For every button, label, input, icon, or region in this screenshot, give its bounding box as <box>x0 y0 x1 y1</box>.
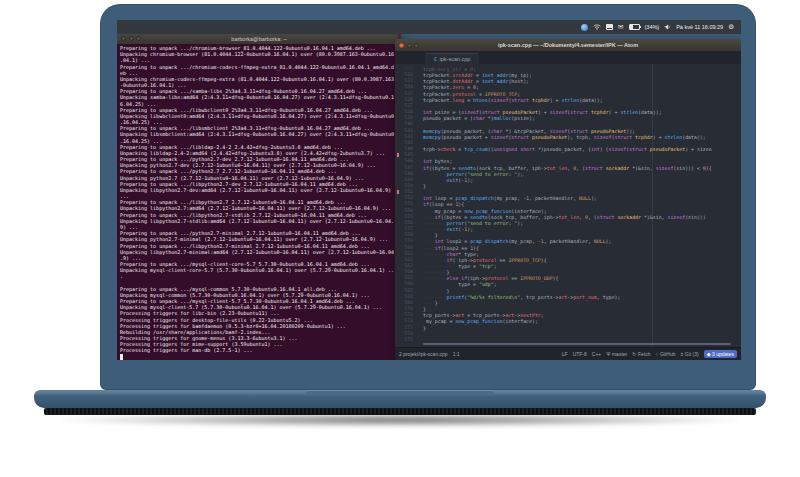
updates-icon: ◆ <box>707 351 711 357</box>
laptop-shadow <box>56 413 744 427</box>
indicator-app-icon[interactable] <box>581 24 588 31</box>
terminal-line: Unpacking chromium-browser (81.0.4044.12… <box>120 51 398 57</box>
github-icon: ○ <box>655 351 658 357</box>
atom-window: ipk-scan.cpp — ~/Dokumenty/4.semester/IP… <box>395 39 741 360</box>
status-item-utf-8[interactable]: UTF-8 <box>573 351 587 357</box>
desktop: ✉ (34%) Pá kvě 11 16:09:29 ⚙ barborka@ba… <box>117 20 741 360</box>
battery-percent[interactable]: (34%) <box>645 24 660 30</box>
tab-bar: C ipk-scan.cpp <box>395 51 741 64</box>
status-item-git-3-[interactable]: ±Git (3) <box>681 351 699 357</box>
laptop-lid-notch <box>306 390 494 395</box>
terminal-cursor <box>120 354 123 359</box>
code-line: tcph->urg_ptr = 0; <box>423 66 741 72</box>
terminal-line: Preparing to unpack .../libwbclient0_2%3… <box>120 107 398 113</box>
status-item-lf[interactable]: LF <box>562 351 568 357</box>
terminal-title: barborka@barborka: ~ <box>117 36 401 42</box>
terminal-line: Preparing to unpack .../libpython2.7-std… <box>120 212 398 218</box>
status-item-github[interactable]: ○GitHub <box>655 351 675 357</box>
wifi-icon[interactable] <box>593 24 601 30</box>
git-diff-icon: ± <box>681 351 684 357</box>
status-file-path[interactable]: 2.projekt/ipk-scan.cpp <box>399 351 448 357</box>
line-number-gutter: 5315325335345355365375385395405415425435… <box>395 66 417 347</box>
code-area[interactable]: tcph->urg_ptr = 0;tcpPacket.srcAddr = in… <box>417 66 741 347</box>
terminal-line: Unpacking python2.7 (2.7.12-1ubuntu0~16.… <box>120 175 398 181</box>
top-panel: ✉ (34%) Pá kvě 11 16:09:29 ⚙ <box>117 20 741 34</box>
keyboard-layout-icon[interactable] <box>606 24 613 30</box>
status-bar: 2.projekt/ipk-scan.cpp 1:1 LFUTF-8C++Ψma… <box>395 347 741 360</box>
terminal-line: Unpacking libpython2.7-stdlib:amd64 (2.7… <box>120 218 398 224</box>
terminal-line: Preparing to unpack .../libpython2.7-min… <box>120 243 398 249</box>
terminal-window: barborka@barborka: ~ Preparing to unpack… <box>117 33 401 360</box>
terminal-titlebar[interactable]: barborka@barborka: ~ <box>117 33 401 44</box>
laptop-base <box>34 390 766 408</box>
status-right: LFUTF-8C++Ψmaster↻Fetch○GitHub±Git (3)◆3… <box>562 350 737 358</box>
clock[interactable]: Pá kvě 11 16:09:29 <box>676 24 723 30</box>
status-cursor-position[interactable]: 1:1 <box>453 351 460 357</box>
tab-ipk-scan[interactable]: C ipk-scan.cpp <box>425 53 479 64</box>
atom-titlebar[interactable]: ipk-scan.cpp — ~/Dokumenty/4.semester/IP… <box>395 39 741 51</box>
status-item-fetch[interactable]: ↻Fetch <box>632 351 650 357</box>
horizontal-scrollbar[interactable] <box>423 343 731 345</box>
terminal-line: Unpacking libpython2.7-dev:amd64 (2.7.12… <box>120 187 398 193</box>
mail-icon[interactable]: ✉ <box>618 24 623 31</box>
status-item-c-[interactable]: C++ <box>592 351 601 357</box>
status-item-3-updates[interactable]: ◆3 updates <box>704 350 737 358</box>
volume-icon[interactable] <box>664 24 671 30</box>
battery-icon[interactable] <box>629 24 640 31</box>
code-line: tcph->check = tcp_csum((unsigned short *… <box>423 146 741 152</box>
code-line: memcpy(pseudo_packet + sizeof(struct pse… <box>423 134 741 140</box>
terminal-line: Unpacking libsmbclient:amd64 (2:4.3.11+d… <box>120 131 398 137</box>
tab-label: ipk-scan.cpp <box>440 56 471 62</box>
atom-title: ipk-scan.cpp — ~/Dokumenty/4.semester/IP… <box>395 42 741 48</box>
git-branch-icon: Ψ <box>606 351 610 357</box>
session-gear-icon[interactable]: ⚙ <box>728 24 734 31</box>
terminal-line: Unpacking python2.7-minimal (2.7.12-1ubu… <box>120 236 398 242</box>
code-editor[interactable]: 5315325335345355365375385395405415425435… <box>395 64 741 347</box>
terminal-line: Unpacking libpython2.7:amd64 (2.7.12-1ub… <box>120 205 398 211</box>
terminal-line: Unpacking mysql-client-core-5.7 (5.7.30-… <box>120 267 398 273</box>
wrap-guide <box>652 64 653 347</box>
sync-icon: ↻ <box>632 351 636 357</box>
terminal-line: Unpacking samba-libs:amd64 (2:4.3.11+dfs… <box>120 94 398 100</box>
gutter-line-number: 575 <box>395 337 413 343</box>
terminal-line: Unpacking libpython2.7-minimal:amd64 (2.… <box>120 249 398 255</box>
cpp-file-icon: C <box>434 56 437 62</box>
laptop-lid: ✉ (34%) Pá kvě 11 16:09:29 ⚙ barborka@ba… <box>100 4 756 390</box>
terminal-line: Preparing to unpack .../chromium-codecs-… <box>120 64 398 70</box>
terminal-output[interactable]: Preparing to unpack .../chromium-browser… <box>117 44 401 360</box>
status-item-master[interactable]: Ψmaster <box>606 351 627 357</box>
